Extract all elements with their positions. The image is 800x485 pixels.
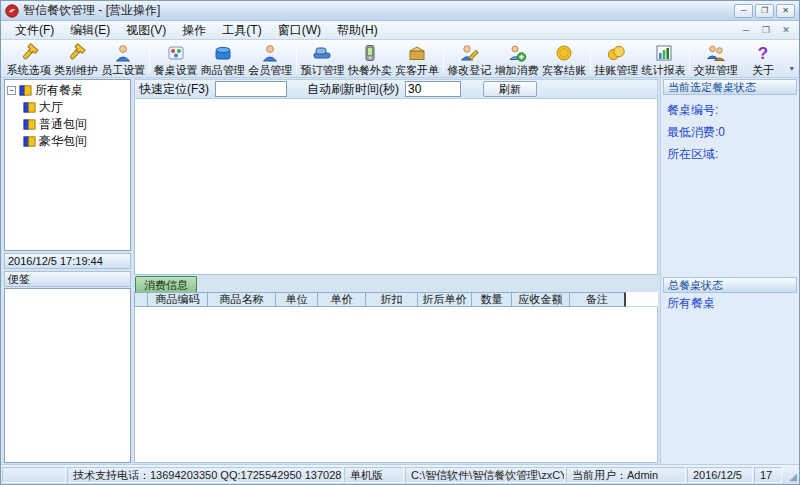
fastfood-takeout-icon [360,43,380,63]
table-status-canvas[interactable] [134,99,658,275]
center-panel: 快速定位(F3) 自动刷新时间(秒) 刷新 消费信息 商品编码 商品名称 单位 … [132,78,660,464]
toolbar-member-management[interactable]: 会员管理 [246,41,293,76]
menu-view[interactable]: 视图(V) [118,21,174,40]
toolbar-guest-checkout[interactable]: 宾客结账 [540,41,587,76]
member-management-icon [260,43,280,63]
column-header-unit[interactable]: 单位 [276,292,318,307]
tree-expand-icon[interactable]: − [7,86,16,95]
quick-locate-input[interactable] [215,81,287,97]
toolbar-reservation[interactable]: 预订管理 [299,41,346,76]
menu-edit[interactable]: 编辑(E) [62,21,118,40]
statistics-report-icon [654,43,674,63]
menu-file[interactable]: 文件(F) [7,21,62,40]
status-date: 2016/12/5 [687,467,753,483]
modify-registration-icon [459,43,479,63]
toolbar-add-consumption[interactable]: 增加消费 [493,41,540,76]
category-maintenance-icon [66,43,86,63]
mdi-minimize-button[interactable]: ─ [739,25,753,35]
column-header-discounted-price[interactable]: 折后单价 [418,292,472,307]
menu-help[interactable]: 帮助(H) [329,21,386,40]
toolbar-statistics-report[interactable]: 统计报表 [640,41,687,76]
toolbar-credit-management[interactable]: 挂账管理 [593,41,640,76]
toolbar-shift-management[interactable]: 交班管理 [692,41,739,76]
reservation-icon [312,43,332,63]
tree-node-all-tables[interactable]: − 所有餐桌 [7,82,128,99]
toolbar-separator [149,44,150,73]
toolbar-label: 员工设置 [101,63,145,78]
memo-area[interactable] [4,288,131,463]
toolbar-system-options[interactable]: 系统选项 [5,41,52,76]
toolbar-guest-open-bill[interactable]: 宾客开单 [393,41,440,76]
toolbar-label: 挂账管理 [594,63,638,78]
toolbar-staff-settings[interactable]: 员工设置 [100,41,147,76]
tree-node-standard-room[interactable]: 普通包间 [7,116,128,133]
status-time: 17 [754,467,782,483]
right-panel: 当前选定餐桌状态 餐桌编号: 最低消费:0 所在区域: 总餐桌状态 所有餐桌 [660,78,799,464]
column-header-unit-price[interactable]: 单价 [318,292,366,307]
memo-header[interactable]: 便签 [4,271,131,287]
column-header-amount-due[interactable]: 应收金额 [512,292,570,307]
toolbar-modify-registration[interactable]: 修改登记 [446,41,493,76]
window-title: 智信餐饮管理 - [营业操作] [23,2,730,19]
toolbar-label: 商品管理 [201,63,245,78]
toolbar-label: 增加消费 [495,63,539,78]
system-options-icon [19,43,39,63]
toolbar-label: 修改登记 [447,63,491,78]
column-header-product-name[interactable]: 商品名称 [208,292,276,307]
resize-grip[interactable]: ◢ [783,467,798,483]
guest-open-bill-icon [407,43,427,63]
app-window: 智信餐饮管理 - [营业操作] ─ ❐ ✕ 文件(F) 编辑(E) 视图(V) … [0,0,800,485]
staff-settings-icon [113,43,133,63]
toolbar-product-management[interactable]: 商品管理 [199,41,246,76]
toolbar-overflow-button[interactable]: ▾ [787,41,797,76]
datetime-bar: 2016/12/5 17:19:44 [4,253,131,269]
toolbar-table-settings[interactable]: 餐桌设置 [152,41,199,76]
toolbar-label: 统计报表 [642,63,686,78]
status-current-user: 当前用户：Admin [566,467,686,483]
column-header-remark[interactable]: 备注 [570,292,626,307]
toolbar-label: 关于 [752,63,774,78]
maximize-button[interactable]: ❐ [755,4,774,18]
mdi-restore-button[interactable]: ❐ [759,25,773,35]
toolbar-label: 类别维护 [54,63,98,78]
left-panel: − 所有餐桌 大厅 普通包间 豪华包间 2016/12/5 17:19:44 [1,78,132,464]
status-bar: 技术支持电话：13694203350 QQ:1725542950 1370288… [1,464,799,484]
consume-grid-body[interactable] [134,307,658,463]
total-table-status-header: 总餐桌状态 [663,277,797,293]
toolbar-separator [443,44,444,73]
tree-node-deluxe-room[interactable]: 豪华包间 [7,133,128,150]
tree-node-label: 所有餐桌 [35,82,83,99]
svg-text:?: ? [758,44,768,63]
menu-window[interactable]: 窗口(W) [270,21,329,40]
area-field: 所在区域: [663,143,797,165]
tree-node-label: 大厅 [39,99,63,116]
column-header-discount[interactable]: 折扣 [366,292,418,307]
toolbar-category-maintenance[interactable]: 类别维护 [52,41,99,76]
selected-table-status-header: 当前选定餐桌状态 [663,79,797,95]
title-bar: 智信餐饮管理 - [营业操作] ─ ❐ ✕ [1,1,799,21]
toolbar-label: 宾客开单 [395,63,439,78]
status-data-path: C:\智信软件\智信餐饮管理\zxCYData.sys [405,467,565,483]
toolbar-about[interactable]: ? 关于 [739,41,786,76]
toolbar-fastfood-takeout[interactable]: 快餐外卖 [346,41,393,76]
guest-checkout-icon [554,43,574,63]
auto-refresh-input[interactable] [405,81,461,97]
all-tables-label: 所有餐桌 [663,293,797,313]
close-button[interactable]: ✕ [776,4,795,18]
about-icon: ? [753,43,773,63]
column-header-product-code[interactable]: 商品编码 [148,292,208,307]
minimize-button[interactable]: ─ [734,4,753,18]
auto-refresh-label: 自动刷新时间(秒) [307,81,399,98]
refresh-button[interactable]: 刷新 [483,81,537,97]
tab-consume-info[interactable]: 消费信息 [135,276,197,292]
table-group-icon [23,135,36,148]
mdi-close-button[interactable]: ✕ [779,25,793,35]
menu-operate[interactable]: 操作 [174,21,214,40]
column-header-quantity[interactable]: 数量 [472,292,512,307]
quick-locate-bar: 快速定位(F3) 自动刷新时间(秒) 刷新 [134,79,658,99]
tree-node-hall[interactable]: 大厅 [7,99,128,116]
menu-tools[interactable]: 工具(T) [214,21,269,40]
table-group-icon [23,101,36,114]
toolbar-label: 餐桌设置 [154,63,198,78]
minimum-consumption-field: 最低消费:0 [663,121,797,143]
